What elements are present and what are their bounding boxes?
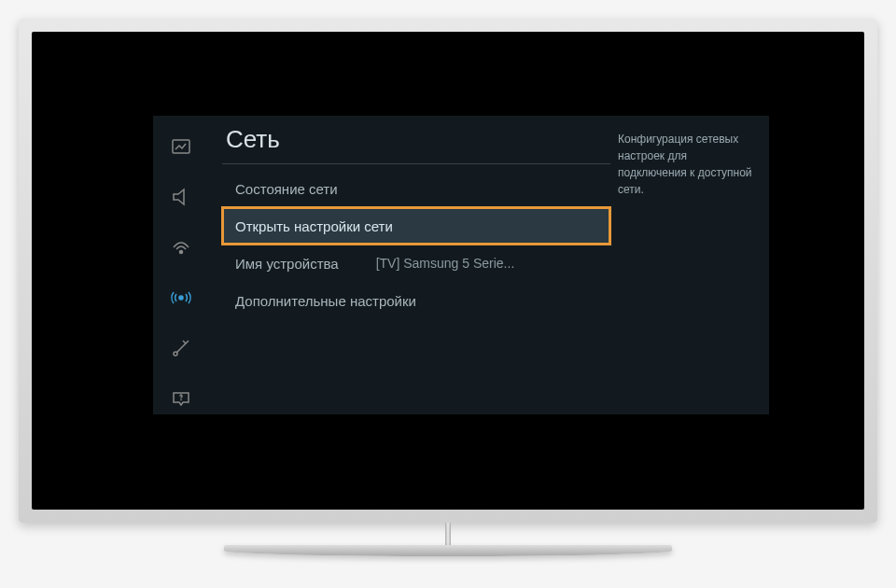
tv-frame: Сеть Состояние сети Открыть настройки се… xyxy=(19,19,877,523)
menu-item-label: Состояние сети xyxy=(235,181,338,197)
main-panel: Сеть Состояние сети Открыть настройки се… xyxy=(209,116,610,414)
svg-point-1 xyxy=(180,251,183,254)
svg-point-3 xyxy=(174,352,177,356)
menu-item-advanced-settings[interactable]: Дополнительные настройки xyxy=(222,282,610,319)
menu-item-label: Открыть настройки сети xyxy=(235,218,393,234)
description-text: Конфигурация сетевых настроек для подклю… xyxy=(618,133,752,196)
menu-item-label: Дополнительные настройки xyxy=(235,293,416,309)
menu-item-open-network-settings[interactable]: Открыть настройки сети xyxy=(222,207,610,245)
tv-stand-neck xyxy=(445,523,451,545)
menu-item-value: [TV] Samsung 5 Serie... xyxy=(376,256,515,271)
sound-icon[interactable] xyxy=(169,185,193,209)
svg-point-2 xyxy=(179,296,183,300)
menu-item-device-name[interactable]: Имя устройства [TV] Samsung 5 Serie... xyxy=(222,245,610,282)
menu-item-label: Имя устройства xyxy=(235,256,339,272)
network-icon[interactable] xyxy=(169,286,193,310)
tv-screen: Сеть Состояние сети Открыть настройки се… xyxy=(32,32,864,510)
picture-icon[interactable] xyxy=(169,134,193,159)
system-icon[interactable] xyxy=(169,336,193,360)
menu-item-network-status[interactable]: Состояние сети xyxy=(222,170,610,207)
broadcasting-icon[interactable] xyxy=(169,235,193,259)
settings-sidebar xyxy=(153,116,209,414)
tv-stand-base xyxy=(224,545,672,556)
panel-title: Сеть xyxy=(222,125,610,164)
tv-unit: Сеть Состояние сети Открыть настройки се… xyxy=(19,19,877,556)
settings-menu: Сеть Состояние сети Открыть настройки се… xyxy=(153,116,769,414)
description-panel: Конфигурация сетевых настроек для подклю… xyxy=(610,116,769,414)
support-icon[interactable] xyxy=(169,386,193,411)
